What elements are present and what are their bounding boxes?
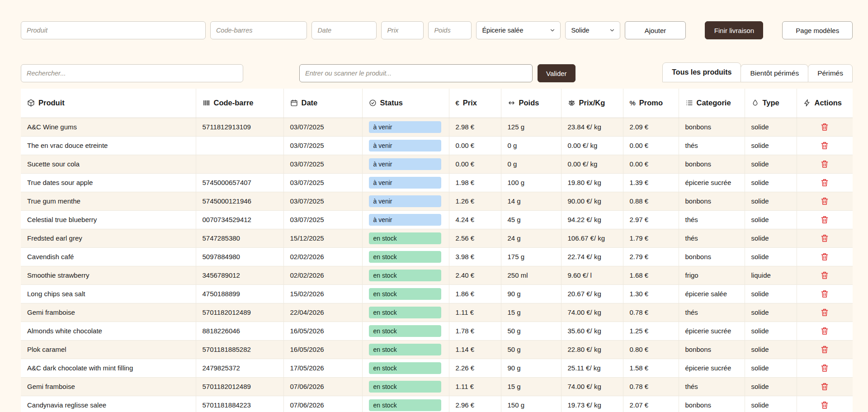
templates-page-button[interactable]: Page modèles: [782, 21, 853, 39]
cell-price-per-kg: 19.80 €/ kg: [561, 173, 623, 192]
cell-price: 1.98 €: [449, 173, 501, 192]
delete-button[interactable]: [819, 288, 830, 299]
cell-actions: [797, 118, 853, 136]
weight-input[interactable]: [428, 21, 472, 39]
cell-status: en stock: [362, 340, 449, 359]
trash-icon: [820, 386, 829, 393]
cell-category: épicerie sucrée: [679, 359, 745, 377]
delete-button[interactable]: [819, 195, 830, 207]
scan-product-input[interactable]: [299, 64, 533, 82]
cell-promo: 0.78 €: [623, 377, 679, 396]
category-select-value: Épicerie salée: [482, 27, 523, 34]
delete-button[interactable]: [819, 140, 830, 151]
cell-type: solide: [745, 192, 797, 210]
finish-delivery-button[interactable]: Finir livraison: [705, 21, 763, 39]
date-input[interactable]: [311, 21, 377, 39]
cell-weight: 175 g: [501, 247, 561, 266]
delete-button[interactable]: [819, 344, 830, 355]
status-badge: en stock: [369, 307, 441, 318]
tab-tous-les-produits[interactable]: Tous les produits: [662, 62, 741, 82]
table-row: Gemi framboise570118201248922/04/2026en …: [21, 303, 853, 322]
trash-icon: [820, 219, 829, 226]
cell-price-per-kg: 23.84 €/ kg: [561, 118, 623, 136]
cell-category: bonbons: [679, 155, 745, 173]
cell-price: 3.98 €: [449, 247, 501, 266]
barcode-input[interactable]: [210, 21, 307, 39]
cell-price-per-kg: 90.00 €/ kg: [561, 192, 623, 210]
cell-actions: [797, 359, 853, 377]
cell-weight: 50 g: [501, 322, 561, 340]
delete-button[interactable]: [819, 251, 830, 262]
cell-type: solide: [745, 155, 797, 173]
cell-price: 2.98 €: [449, 118, 501, 136]
cell-weight: 24 g: [501, 229, 561, 247]
cell-actions: [797, 396, 853, 412]
delete-button[interactable]: [819, 381, 830, 392]
cell-date: 03/07/2025: [283, 155, 362, 173]
delete-button[interactable]: [819, 158, 830, 170]
cell-promo: 1.79 €: [623, 229, 679, 247]
table-row: Smoothie strawberry345678901202/02/2026e…: [21, 266, 853, 284]
status-badge: à venir: [369, 195, 441, 207]
cell-date: 07/06/2026: [283, 396, 362, 412]
category-select[interactable]: Épicerie salée: [476, 21, 561, 39]
trash-icon: [820, 349, 829, 355]
cell-status: à venir: [362, 210, 449, 229]
cell-date: 22/04/2026: [283, 303, 362, 322]
delete-button[interactable]: [819, 214, 830, 225]
add-button[interactable]: Ajouter: [625, 21, 686, 39]
cell-date: 15/02/2026: [283, 284, 362, 303]
status-badge: à venir: [369, 121, 441, 133]
cell-price: 2.40 €: [449, 266, 501, 284]
cell-category: épicerie sucrée: [679, 173, 745, 192]
tab-bientot-perimes[interactable]: Bientôt périmés: [741, 64, 808, 82]
cell-type: solide: [745, 136, 797, 155]
delete-button[interactable]: [819, 399, 830, 411]
cell-price-per-kg: 22.74 €/ kg: [561, 247, 623, 266]
price-input[interactable]: [381, 21, 424, 39]
cell-product: A&C dark chocolate with mint filling: [21, 359, 196, 377]
cell-category: bonbons: [679, 247, 745, 266]
delete-button[interactable]: [819, 270, 830, 281]
calendar-icon: [290, 99, 298, 107]
cell-category: thés: [679, 229, 745, 247]
cell-category: thés: [679, 210, 745, 229]
delete-button[interactable]: [819, 232, 830, 244]
delete-button[interactable]: [819, 362, 830, 374]
product-name-input[interactable]: [21, 21, 206, 39]
column-label: Date: [302, 99, 318, 107]
table-row: Fredsted earl grey574728538015/12/2025en…: [21, 229, 853, 247]
cell-weight: 45 g: [501, 210, 561, 229]
cell-weight: 90 g: [501, 359, 561, 377]
cell-promo: 0.88 €: [623, 192, 679, 210]
delete-button[interactable]: [819, 121, 830, 133]
status-badge: à venir: [369, 214, 441, 226]
cell-date: 17/05/2026: [283, 359, 362, 377]
cell-status: en stock: [362, 396, 449, 412]
column-header-poids: Poids: [501, 89, 561, 118]
cell-category: épicerie sucrée: [679, 322, 745, 340]
tab-perimes[interactable]: Périmés: [808, 64, 853, 82]
trash-icon: [820, 126, 829, 133]
cell-category: bonbons: [679, 192, 745, 210]
type-select[interactable]: Solide: [565, 21, 620, 39]
status-badge: à venir: [369, 140, 441, 152]
cell-price-per-kg: 0.00 €/ kg: [561, 136, 623, 155]
table-row: Candynavia reglisse salee570118188422307…: [21, 396, 853, 412]
search-input[interactable]: [21, 64, 243, 82]
cell-barcode: 5745000657407: [196, 173, 283, 192]
validate-button[interactable]: Valider: [538, 64, 576, 82]
status-badge: en stock: [369, 344, 441, 355]
delete-button[interactable]: [819, 325, 830, 336]
delete-button[interactable]: [819, 177, 830, 188]
cell-barcode: 8818226046: [196, 322, 283, 340]
table-row: True dates sour apple574500065740703/07/…: [21, 173, 853, 192]
barcode-icon: [203, 99, 210, 107]
cell-price: 1.11 €: [449, 303, 501, 322]
cell-actions: [797, 173, 853, 192]
cell-type: solide: [745, 247, 797, 266]
delete-button[interactable]: [819, 307, 830, 318]
trash-icon: [820, 237, 829, 244]
cell-type: solide: [745, 377, 797, 396]
cell-product: Gemi framboise: [21, 303, 196, 322]
